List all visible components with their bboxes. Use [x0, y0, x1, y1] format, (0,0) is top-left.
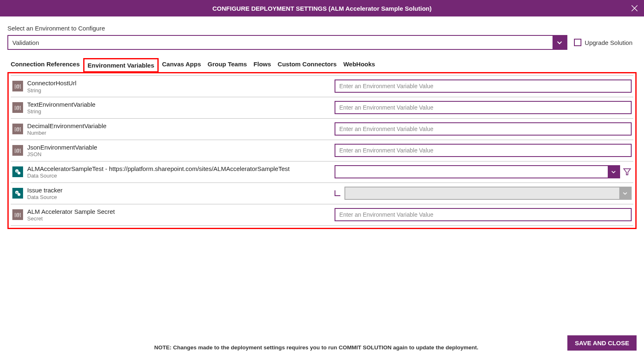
- env-var-type: Data Source: [27, 194, 330, 200]
- env-var-name: TextEnvironmentVariable: [27, 101, 330, 109]
- variable-icon: [@]: [12, 124, 23, 134]
- env-var-row: [@] TextEnvironmentVariable String: [11, 97, 633, 119]
- upgrade-solution-label: Upgrade Solution: [585, 39, 632, 46]
- filter-icon: [623, 167, 632, 176]
- env-var-type: Number: [27, 130, 330, 136]
- tab-canvas-apps[interactable]: Canvas Apps: [159, 58, 204, 73]
- filter-button[interactable]: [623, 167, 632, 176]
- close-button[interactable]: [631, 5, 638, 12]
- svg-marker-5: [624, 169, 631, 175]
- chevron-down-icon: [553, 36, 567, 49]
- dialog-title: CONFIGURE DEPLOYMENT SETTINGS (ALM Accel…: [213, 5, 432, 12]
- env-var-type: Data Source: [27, 173, 330, 179]
- env-var-type: String: [27, 108, 330, 115]
- env-var-name: Issue tracker: [27, 186, 330, 194]
- svg-text:S: S: [16, 170, 18, 173]
- env-select-label: Select an Environment to Configure: [7, 25, 637, 32]
- environment-variables-panel: [@] ConnectorHostUrl String [@] TextEnvi…: [7, 72, 637, 229]
- chevron-down-icon: [608, 166, 619, 178]
- env-var-input[interactable]: [335, 122, 632, 136]
- environment-select-value: Validation: [8, 36, 553, 49]
- env-var-input[interactable]: [335, 144, 632, 157]
- upgrade-solution-checkbox[interactable]: [574, 39, 581, 46]
- close-icon: [631, 5, 638, 12]
- variable-icon: [@]: [12, 81, 23, 91]
- env-var-type: Secret: [27, 215, 330, 222]
- env-var-dropdown[interactable]: [335, 165, 620, 178]
- env-var-row: S Issue tracker Data Source: [11, 183, 633, 204]
- tab-webhooks[interactable]: WebHooks: [340, 58, 378, 73]
- env-var-name: JsonEnvironmentVariable: [27, 143, 330, 152]
- env-var-type: JSON: [27, 151, 330, 157]
- sharepoint-icon: S: [12, 166, 23, 177]
- variable-icon: [@]: [12, 145, 23, 156]
- tab-connection-references[interactable]: Connection References: [7, 58, 83, 73]
- env-var-row: [@] DecimalEnvironmentVariable Number: [11, 119, 633, 140]
- tab-environment-variables[interactable]: Environment Variables: [83, 58, 159, 73]
- env-var-row: [@] JsonEnvironmentVariable JSON: [11, 140, 633, 161]
- env-var-name: ConnectorHostUrl: [27, 79, 330, 87]
- svg-text:S: S: [16, 192, 18, 194]
- env-var-input[interactable]: [335, 101, 632, 114]
- env-var-input[interactable]: [335, 80, 632, 93]
- env-var-type: String: [27, 87, 330, 94]
- env-var-row: [@] ConnectorHostUrl String: [11, 75, 633, 97]
- environment-select[interactable]: Validation: [7, 35, 567, 50]
- tabs: Connection References Environment Variab…: [7, 58, 637, 73]
- env-var-row: [@] ALM Accelerator Sample Secret Secret: [11, 204, 633, 226]
- variable-icon: [@]: [12, 102, 23, 113]
- sharepoint-icon: S: [12, 188, 23, 199]
- env-var-name: DecimalEnvironmentVariable: [27, 122, 330, 130]
- svg-point-7: [18, 193, 21, 196]
- tab-flows[interactable]: Flows: [250, 58, 274, 73]
- env-var-name: ALMAcceleratorSampleTest - https://pplat…: [27, 165, 330, 173]
- chevron-down-icon: [619, 187, 631, 199]
- env-var-dropdown-disabled: [344, 187, 632, 200]
- tab-custom-connectors[interactable]: Custom Connectors: [274, 58, 340, 73]
- tab-group-teams[interactable]: Group Teams: [204, 58, 251, 73]
- env-var-name: ALM Accelerator Sample Secret: [27, 208, 330, 216]
- dialog-header: CONFIGURE DEPLOYMENT SETTINGS (ALM Accel…: [0, 0, 644, 16]
- env-var-input[interactable]: [335, 208, 632, 221]
- upgrade-solution-option[interactable]: Upgrade Solution: [574, 39, 637, 46]
- svg-point-3: [18, 172, 21, 175]
- variable-icon: [@]: [12, 209, 23, 220]
- tree-connector-icon: [335, 190, 340, 196]
- env-var-row: S ALMAcceleratorSampleTest - https://ppl…: [11, 161, 633, 183]
